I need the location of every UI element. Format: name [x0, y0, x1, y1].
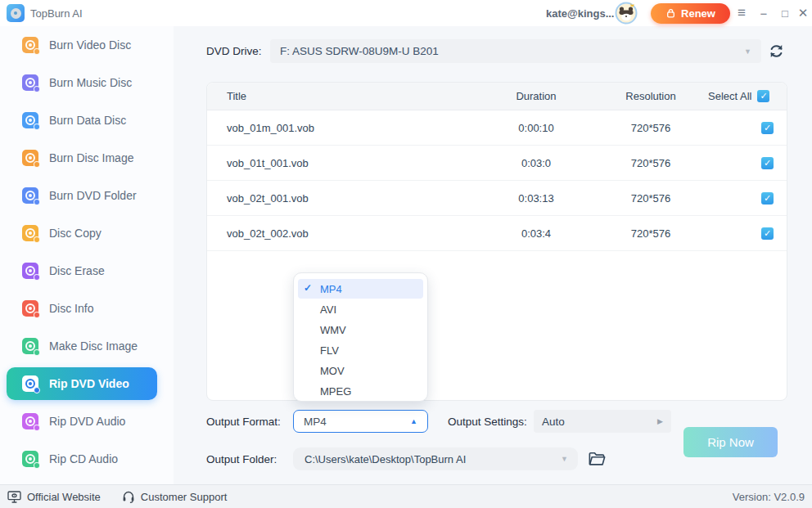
chevron-down-icon: ▼ — [561, 455, 568, 463]
renew-label: Renew — [681, 7, 715, 20]
sidebar-item-burn-data-disc[interactable]: Burn Data Disc — [0, 101, 174, 139]
format-option-label: MPEG — [320, 385, 351, 398]
sidebar-item-label: Rip CD Audio — [49, 452, 118, 465]
table-row: vob_01t_001.vob0:03:0720*576✓ — [207, 146, 787, 181]
rip-now-button[interactable]: Rip Now — [683, 427, 778, 457]
file-resolution: 720*576 — [593, 122, 708, 134]
sidebar-item-label: Make Disc Image — [49, 339, 138, 353]
official-website-link[interactable]: Official Website — [7, 491, 101, 503]
menu-icon[interactable]: ≡ — [731, 0, 752, 26]
output-format-value: MP4 — [304, 416, 410, 428]
sidebar-item-rip-dvd-audio[interactable]: Rip DVD Audio — [0, 402, 174, 440]
sidebar-item-label: Burn Disc Image — [49, 151, 133, 164]
format-option-avi[interactable]: AVI — [298, 299, 423, 319]
row-checkbox[interactable]: ✓ — [761, 192, 774, 205]
select-all-checkbox[interactable]: ✓ — [757, 90, 769, 102]
file-table-body: vob_01m_001.vob0:00:10720*576✓vob_01t_00… — [207, 110, 787, 251]
sidebar-item-rip-cd-audio[interactable]: Rip CD Audio — [0, 440, 174, 478]
footer-bar: Official Website Customer Support Versio… — [0, 484, 812, 508]
make-disc-image-icon — [22, 338, 38, 354]
sidebar-nav: Burn Video DiscBurn Music DiscBurn Data … — [0, 26, 174, 484]
file-resolution: 720*576 — [593, 192, 708, 205]
sidebar-item-disc-erase[interactable]: Disc Erase — [0, 252, 174, 290]
output-format-label: Output Format: — [206, 416, 281, 428]
rip-cd-audio-icon — [22, 451, 38, 467]
format-option-label: FLV — [320, 344, 339, 357]
official-website-label: Official Website — [27, 491, 101, 503]
row-checkbox[interactable]: ✓ — [761, 227, 774, 240]
version-text: Version: V2.0.9 — [733, 491, 805, 503]
output-settings-value: Auto — [542, 416, 657, 428]
renew-button[interactable]: Renew — [651, 3, 730, 24]
table-row: vob_01m_001.vob0:00:10720*576✓ — [207, 110, 787, 146]
monitor-icon — [7, 491, 21, 503]
sidebar-item-disc-info[interactable]: Disc Info — [0, 290, 174, 327]
file-resolution: 720*576 — [593, 227, 708, 240]
col-duration: Duration — [479, 90, 593, 102]
sidebar-item-make-disc-image[interactable]: Make Disc Image — [0, 327, 174, 365]
customer-support-link[interactable]: Customer Support — [122, 490, 228, 503]
file-duration: 0:00:10 — [479, 122, 593, 134]
refresh-button[interactable] — [769, 43, 784, 59]
sidebar-item-label: Rip DVD Audio — [49, 415, 125, 428]
sidebar-item-label: Disc Copy — [49, 227, 102, 240]
burn-music-disc-icon — [22, 74, 38, 91]
disc-erase-icon — [22, 263, 38, 279]
app-window: TopBurn AI kate@kings... Renew ≡ − □ ✕ B… — [0, 0, 812, 508]
sidebar-item-burn-video-disc[interactable]: Burn Video Disc — [0, 26, 174, 64]
file-title: vob_02t_001.vob — [207, 192, 479, 205]
disc-info-icon — [22, 300, 38, 317]
file-resolution: 720*576 — [593, 157, 708, 169]
sidebar-item-label: Burn Data Disc — [49, 114, 126, 127]
col-resolution: Resolution — [593, 90, 708, 102]
rip-dvd-video-icon — [22, 375, 38, 392]
output-settings-select[interactable]: Auto ▶ — [534, 410, 671, 433]
format-option-mpeg[interactable]: MPEG — [298, 381, 423, 401]
avatar[interactable] — [615, 2, 638, 25]
sidebar-item-burn-music-disc[interactable]: Burn Music Disc — [0, 64, 174, 101]
sidebar-item-burn-disc-image[interactable]: Burn Disc Image — [0, 139, 174, 177]
sidebar-item-label: Burn Music Disc — [49, 76, 132, 89]
sidebar-item-burn-dvd-folder[interactable]: Burn DVD Folder — [0, 177, 174, 214]
shopping-bag-icon — [665, 8, 676, 19]
file-duration: 0:03:0 — [479, 157, 593, 169]
output-format-select[interactable]: MP4 ▲ — [293, 410, 428, 433]
row-checkbox[interactable]: ✓ — [761, 157, 774, 169]
select-all-label: Select All — [708, 90, 751, 102]
customer-support-label: Customer Support — [141, 491, 228, 503]
table-row: vob_02t_002.vob0:03:4720*576✓ — [207, 216, 787, 251]
account-name[interactable]: kate@kings... — [546, 7, 614, 20]
burn-video-disc-icon — [22, 37, 38, 53]
format-menu: ✓MP4AVIWMVFLVMOVMPEG — [293, 272, 428, 402]
sidebar-item-disc-copy[interactable]: Disc Copy — [0, 214, 174, 252]
rip-dvd-audio-icon — [22, 413, 38, 429]
format-option-mp4[interactable]: ✓MP4 — [298, 279, 423, 299]
format-option-mov[interactable]: MOV — [298, 361, 423, 380]
disc-copy-icon — [22, 225, 38, 241]
format-option-wmv[interactable]: WMV — [298, 320, 423, 339]
folder-open-icon[interactable] — [588, 451, 606, 467]
app-logo-icon — [7, 4, 25, 22]
format-option-label: AVI — [320, 303, 336, 316]
output-folder-select[interactable]: C:\Users\kate\Desktop\TopBurn AI ▼ — [293, 447, 578, 470]
burn-data-disc-icon — [22, 112, 38, 128]
dvd-drive-value: F: ASUS SDRW-08U9M-U B201 — [280, 45, 744, 57]
headset-icon — [122, 490, 135, 503]
burn-dvd-folder-icon — [22, 187, 38, 204]
sidebar-item-label: Burn DVD Folder — [49, 189, 137, 202]
output-folder-value: C:\Users\kate\Desktop\TopBurn AI — [304, 453, 561, 465]
close-icon[interactable]: ✕ — [792, 0, 812, 26]
check-icon: ✓ — [304, 282, 312, 294]
dvd-drive-select[interactable]: F: ASUS SDRW-08U9M-U B201 ▼ — [270, 39, 761, 63]
sidebar-item-label: Disc Info — [49, 302, 93, 315]
app-title: TopBurn AI — [30, 7, 83, 20]
minimize-icon[interactable]: − — [753, 0, 774, 26]
sidebar-item-rip-dvd-video[interactable]: Rip DVD Video — [7, 367, 157, 400]
col-title: Title — [207, 90, 479, 102]
title-bar: TopBurn AI kate@kings... Renew ≡ − □ ✕ — [0, 0, 812, 26]
format-option-flv[interactable]: FLV — [298, 340, 423, 360]
format-option-label: WMV — [320, 324, 346, 336]
row-checkbox[interactable]: ✓ — [761, 122, 774, 134]
file-table-header: Title Duration Resolution Select All ✓ — [207, 83, 787, 110]
format-option-label: MOV — [320, 365, 345, 377]
